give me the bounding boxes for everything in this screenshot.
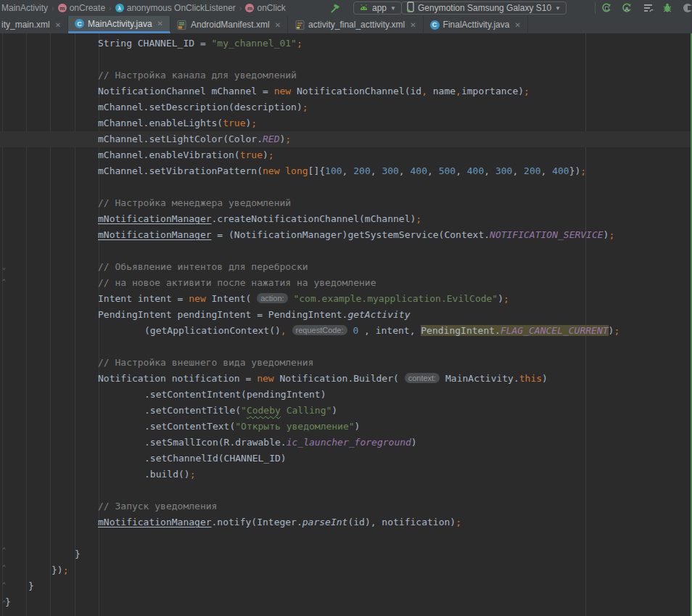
code-line: // Настройка менеджера уведомлений — [0, 195, 691, 211]
fold-end-icon[interactable]: ⌃ — [1, 581, 7, 588]
code-token: .setContentText( — [144, 421, 235, 432]
anonymous-class-icon: λ — [115, 4, 124, 12]
build-hammer-icon[interactable] — [330, 2, 342, 14]
code-editor[interactable]: String CHANNEL_ID = "my_channel_01";// Н… — [0, 33, 692, 616]
chevron-down-icon: ▼ — [390, 5, 396, 12]
code-token: this — [519, 373, 542, 384]
code-token: mChannel.enableLights( — [98, 118, 223, 128]
tab-label: MainActivity.java — [88, 19, 152, 29]
code-token: Codeby — [247, 405, 281, 416]
code-token: = (NotificationManager)getSystemService(… — [212, 229, 490, 240]
code-token: ; — [614, 325, 619, 336]
breadcrumb-item-oncreate[interactable]: monCreate — [58, 3, 105, 13]
breadcrumb-label: onCreate — [70, 3, 105, 13]
code-token: , — [427, 165, 439, 176]
code-token: .setSmallIcon(R.drawable. — [144, 437, 287, 448]
code-token: name — [427, 86, 456, 96]
code-line: // Запуск уведомления — [0, 498, 691, 514]
code-token: 500 — [439, 165, 456, 176]
code-token: ; — [63, 564, 69, 575]
editor-tab-bar: ity_main.xml✕CMainActivity.java✕AndroidM… — [0, 16, 692, 33]
tab-androidmanifest-xml[interactable]: AndroidManifest.xml✕ — [170, 16, 288, 33]
code-line: mNotificationManager.notify(Integer.pars… — [0, 514, 691, 530]
code-line: PendingIntent pendingIntent = PendingInt… — [0, 307, 691, 323]
code-line: .setContentTitle("Codeby Calling") — [0, 403, 691, 419]
code-line: mChannel.setVibrationPattern(new long[]{… — [0, 163, 691, 179]
fold-end-icon[interactable]: ⌃ — [1, 546, 7, 554]
code-line: } — [0, 578, 691, 594]
breadcrumb-item-anonymous-onclicklistener[interactable]: λanonymous OnClickListener — [115, 3, 236, 13]
code-token: .build() — [144, 469, 190, 480]
fold-end-icon[interactable]: ⌃ — [1, 599, 7, 607]
code-line: mChannel.enableLights(true); — [0, 115, 691, 131]
code-token: 400 — [552, 165, 569, 176]
run-configuration-label: app — [372, 3, 387, 13]
code-line — [0, 530, 691, 546]
code-token: // Обьявление интентов для переброски — [98, 261, 308, 272]
breadcrumb-item-mainactivity[interactable]: MainActivity — [1, 3, 48, 13]
close-icon[interactable]: ✕ — [157, 20, 163, 28]
code-token: ) — [355, 421, 361, 432]
code-token: 200 — [524, 165, 540, 176]
apply-code-changes-icon[interactable]: A — [621, 2, 633, 14]
tab-mainactivity-java[interactable]: CMainActivity.java✕ — [68, 16, 170, 33]
code-token: true — [240, 149, 263, 160]
code-token: 300 — [495, 165, 512, 176]
code-token: "com.example.myapplication.EvilCode" — [293, 293, 498, 304]
code-token: RED — [263, 134, 279, 144]
profiler-icon[interactable] — [643, 2, 654, 14]
code-token: ; — [456, 517, 461, 527]
code-token: , — [456, 165, 467, 176]
code-token: 100 — [325, 165, 342, 176]
class-file-icon: C — [430, 20, 440, 30]
code-token: // Запуск уведомления — [98, 501, 217, 512]
debug-icon[interactable] — [662, 2, 673, 14]
svg-text:A: A — [625, 6, 630, 12]
code-token: "Открыть уведомление" — [235, 421, 354, 432]
code-token: Intent intent = — [98, 293, 189, 304]
close-icon[interactable]: ✕ — [410, 21, 416, 29]
code-token: String CHANNEL_ID = — [98, 38, 212, 49]
code-line: mChannel.enableVibration(true); — [0, 147, 691, 163]
code-token: , — [512, 165, 524, 176]
code-token: mNotificationManager — [98, 229, 212, 240]
attach-debugger-icon[interactable] — [682, 2, 692, 14]
code-token: getActivity — [347, 309, 410, 320]
tab-ity-main-xml[interactable]: ity_main.xml✕ — [0, 16, 68, 33]
code-token: Notification.Builder( — [274, 373, 405, 384]
code-line: NotificationChannel mChannel = new Notif… — [0, 83, 691, 99]
code-token: } — [75, 549, 81, 559]
ide-window: MainActivity›monCreate›λanonymous OnClic… — [0, 0, 692, 616]
code-token: } — [28, 580, 34, 591]
run-configuration-selector[interactable]: app ▼ — [353, 1, 402, 15]
code-token: , intent, — [358, 325, 421, 336]
breadcrumb-item-onclick[interactable]: monClick — [245, 3, 285, 13]
manifest-file-icon — [177, 20, 187, 30]
tab-activity-final-acttivity-xml[interactable]: activity_final_acttivity.xml✕ — [288, 16, 424, 33]
fold-end-icon[interactable]: ⌃ — [1, 564, 7, 571]
main-toolbar: MainActivity›monCreate›λanonymous OnClic… — [0, 0, 692, 16]
code-token: PendingIntent. — [421, 325, 501, 336]
code-token: NotificationChannel(id — [291, 86, 421, 96]
parameter-hint: action: — [257, 293, 287, 303]
fold-start-icon[interactable]: ⌄ — [1, 263, 7, 271]
code-token: mChannel.setLightColor(Color. — [98, 134, 263, 144]
tab-finalacttivity-java[interactable]: CFinalActtivity.java✕ — [424, 16, 528, 33]
close-icon[interactable]: ✕ — [514, 21, 520, 29]
code-token — [287, 325, 292, 336]
apply-changes-icon[interactable] — [601, 2, 612, 14]
fold-end-icon[interactable]: ⌃ — [1, 278, 7, 285]
code-line: // Настройка канала для уведомлений — [0, 67, 691, 83]
close-icon[interactable]: ✕ — [55, 21, 61, 29]
code-token: new — [263, 165, 279, 176]
code-token: ) — [263, 149, 268, 160]
code-token: , — [399, 165, 411, 176]
code-token: ; — [251, 118, 257, 128]
device-label: Genymotion Samsung Galaxy S10 — [418, 3, 551, 13]
code-line — [0, 179, 691, 195]
breadcrumb: MainActivity›monCreate›λanonymous OnClic… — [1, 0, 286, 16]
close-icon[interactable]: ✕ — [275, 21, 281, 29]
device-selector[interactable]: Genymotion Samsung Galaxy S10 ▼ — [401, 1, 567, 15]
code-line: (getApplicationContext(), requestCode: 0… — [0, 323, 691, 339]
layout-xml-file-icon — [294, 20, 305, 30]
